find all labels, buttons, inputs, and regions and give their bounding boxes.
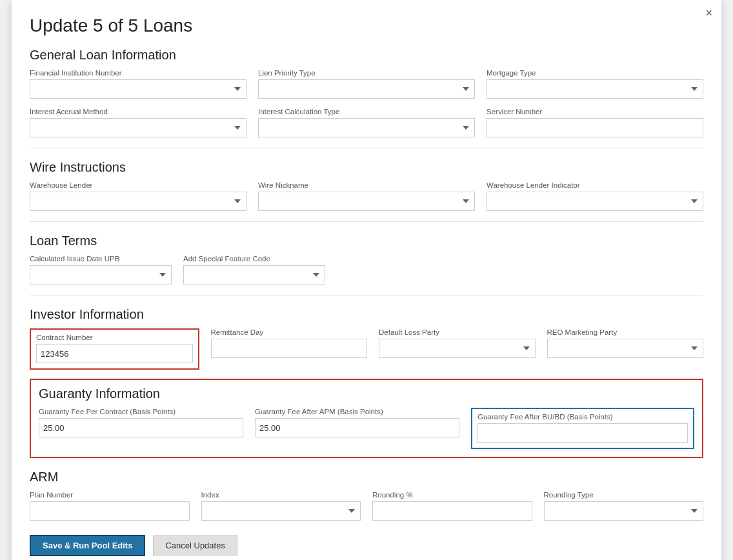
wire-nickname-label: Wire Nickname <box>258 181 475 189</box>
interest-calculation-type-group: Interest Calculation Type <box>258 108 475 137</box>
rounding-type-label: Rounding Type <box>544 491 704 499</box>
interest-accrual-method-group: Interest Accrual Method <box>30 108 246 137</box>
section-title-wire-instructions: Wire Instructions <box>30 160 703 175</box>
interest-accrual-method-select[interactable] <box>30 118 246 137</box>
warehouse-lender-label: Warehouse Lender <box>30 181 246 189</box>
guaranty-fee-after-apm-label: Guaranty Fee After APM (Basis Points) <box>255 408 459 415</box>
default-loss-party-select[interactable] <box>379 339 536 358</box>
servicer-number-group: Servicer Number <box>487 108 703 137</box>
reo-marketing-party-group: REO Marketing Party <box>547 328 704 370</box>
close-button[interactable]: × <box>705 6 712 20</box>
guaranty-fee-after-bubd-label: Guaranty Fee After BU/BD (Basis Points) <box>477 413 688 421</box>
reo-marketing-party-label: REO Marketing Party <box>547 328 704 336</box>
guaranty-left: Guaranty Fee Per Contract (Basis Points)… <box>39 408 459 449</box>
calculated-issue-date-upb-select[interactable] <box>30 265 172 285</box>
general-loan-row-2: Interest Accrual Method Interest Calcula… <box>30 108 703 137</box>
plan-number-label: Plan Number <box>30 491 190 499</box>
lien-priority-type-label: Lien Priority Type <box>258 69 475 77</box>
section-title-investor-information: Investor Information <box>30 307 703 322</box>
plan-number-group: Plan Number <box>30 491 190 521</box>
mortgage-type-group: Mortgage Type <box>487 69 703 99</box>
rounding-percent-label: Rounding % <box>372 491 532 499</box>
button-row: Save & Run Pool Edits Cancel Updates <box>30 535 703 556</box>
contract-number-group: Contract Number <box>30 328 199 370</box>
arm-row: Plan Number Index Rounding % Rounding Ty… <box>30 491 703 521</box>
guaranty-fee-per-contract-group: Guaranty Fee Per Contract (Basis Points) <box>39 408 243 449</box>
guaranty-information-section: Guaranty Information Guaranty Fee Per Co… <box>30 379 703 458</box>
warehouse-lender-indicator-label: Warehouse Lender Indicator <box>487 181 703 189</box>
guaranty-fee-after-apm-input[interactable] <box>255 418 459 437</box>
mortgage-type-select[interactable] <box>487 79 703 99</box>
financial-institution-number-group: Financial Institution Number <box>30 69 246 99</box>
general-loan-row-1: Financial Institution Number Lien Priori… <box>30 69 703 99</box>
guaranty-fee-after-apm-group: Guaranty Fee After APM (Basis Points) <box>255 408 459 449</box>
calculated-issue-date-upb-label: Calculated Issue Date UPB <box>30 255 172 263</box>
warehouse-lender-select[interactable] <box>30 192 246 211</box>
default-loss-party-group: Default Loss Party <box>379 328 536 370</box>
guaranty-row: Guaranty Fee Per Contract (Basis Points)… <box>39 408 694 449</box>
section-title-general-loan-info: General Loan Information <box>30 48 703 63</box>
loan-terms-row: Calculated Issue Date UPB Add Special Fe… <box>30 255 703 285</box>
add-special-feature-code-select[interactable] <box>183 265 325 285</box>
default-loss-party-label: Default Loss Party <box>379 328 536 336</box>
reo-marketing-party-select[interactable] <box>547 339 704 358</box>
add-special-feature-code-label: Add Special Feature Code <box>183 255 325 263</box>
guaranty-fee-after-bubd-group: Guaranty Fee After BU/BD (Basis Points) <box>471 408 694 449</box>
lien-priority-type-group: Lien Priority Type <box>258 69 475 99</box>
index-label: Index <box>201 491 361 499</box>
remittance-day-input[interactable] <box>211 339 368 358</box>
add-special-feature-code-group: Add Special Feature Code <box>183 255 325 285</box>
remittance-day-label: Remittance Day <box>211 328 368 336</box>
interest-calculation-type-select[interactable] <box>258 118 475 137</box>
index-group: Index <box>201 491 361 521</box>
contract-number-label: Contract Number <box>36 334 193 341</box>
save-run-pool-edits-button[interactable]: Save & Run Pool Edits <box>30 535 145 556</box>
rounding-type-select[interactable] <box>544 501 704 521</box>
calculated-issue-date-upb-group: Calculated Issue Date UPB <box>30 255 172 285</box>
servicer-number-input[interactable] <box>487 118 703 137</box>
servicer-number-label: Servicer Number <box>487 108 703 115</box>
financial-institution-number-label: Financial Institution Number <box>30 69 246 77</box>
plan-number-input[interactable] <box>30 501 190 521</box>
interest-accrual-method-label: Interest Accrual Method <box>30 108 246 115</box>
index-select[interactable] <box>201 501 361 521</box>
section-title-guaranty-information: Guaranty Information <box>39 386 694 401</box>
remittance-day-group: Remittance Day <box>211 328 368 370</box>
warehouse-lender-indicator-select[interactable] <box>487 192 703 211</box>
section-title-loan-terms: Loan Terms <box>30 234 703 248</box>
wire-instructions-row: Warehouse Lender Wire Nickname Warehouse… <box>30 181 703 211</box>
rounding-percent-input[interactable] <box>372 501 532 521</box>
cancel-updates-button[interactable]: Cancel Updates <box>153 535 237 555</box>
guaranty-fee-after-bubd-input[interactable] <box>477 423 688 443</box>
rounding-percent-group: Rounding % <box>372 491 532 521</box>
contract-number-input[interactable] <box>36 344 193 363</box>
guaranty-fee-per-contract-input[interactable] <box>39 418 243 437</box>
page-title: Update 5 of 5 Loans <box>30 15 703 36</box>
section-title-arm: ARM <box>30 470 703 485</box>
financial-institution-number-select[interactable] <box>30 79 246 99</box>
lien-priority-type-select[interactable] <box>258 79 475 99</box>
mortgage-type-label: Mortgage Type <box>487 69 703 77</box>
warehouse-lender-group: Warehouse Lender <box>30 181 246 211</box>
guaranty-fee-per-contract-label: Guaranty Fee Per Contract (Basis Points) <box>39 408 243 415</box>
rounding-type-group: Rounding Type <box>544 491 704 521</box>
warehouse-lender-indicator-group: Warehouse Lender Indicator <box>487 181 703 211</box>
investor-information-row: Contract Number Remittance Day Default L… <box>30 328 703 370</box>
wire-nickname-group: Wire Nickname <box>258 181 475 211</box>
interest-calculation-type-label: Interest Calculation Type <box>258 108 475 115</box>
wire-nickname-select[interactable] <box>258 192 475 211</box>
modal: × Update 5 of 5 Loans General Loan Infor… <box>12 0 721 560</box>
